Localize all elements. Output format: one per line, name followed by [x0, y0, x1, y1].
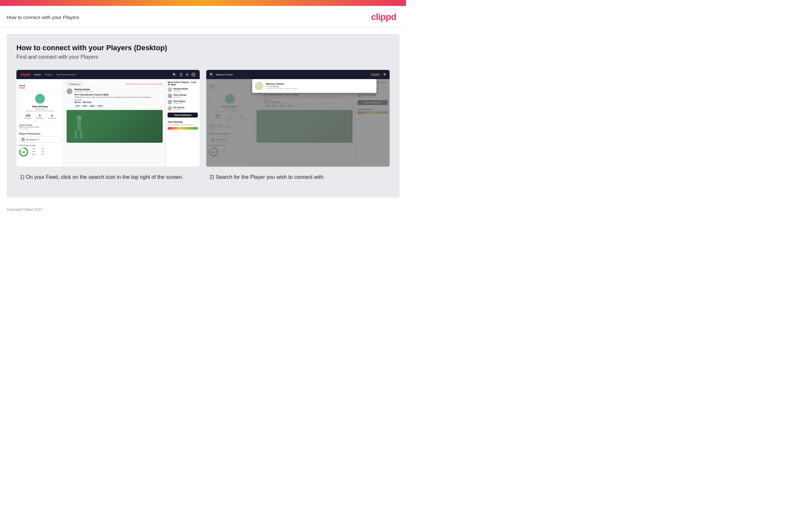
tag-ott: OTT: [75, 105, 81, 107]
search-bar-overlay: 🔍 Marcus Turner CLEAR ✕: [206, 70, 390, 79]
tag-putt: PUTT: [97, 105, 104, 107]
profile-avatar: [35, 94, 45, 104]
sd-handicap: 1·5 Handicap: [266, 85, 298, 88]
search-dropdown: Marcus Turner 1·5 Handicap Cypress Point…: [252, 79, 377, 93]
search-clear-btn[interactable]: CLEAR: [370, 73, 380, 76]
search-input[interactable]: Marcus Turner: [216, 73, 368, 76]
app-nav-1: clippd Home Teams My Performance 🔍 👤 ⚙: [16, 70, 200, 79]
logo: clippd: [371, 12, 396, 22]
app-body-1: Feed Blair McHarg Golf Coach Mill Ride G…: [16, 79, 200, 167]
latest-activity: Latest Activity Afternoon round of golf …: [19, 124, 61, 130]
heatmap-title: Team Heatmap: [168, 121, 198, 123]
app-ui-2: clippd Home Teams My Performance 🔍 👤 ⚙: [206, 70, 390, 167]
app-ui-1: clippd Home Teams My Performance 🔍 👤 ⚙: [16, 70, 200, 167]
search-close-btn[interactable]: ✕: [383, 72, 386, 77]
user-icon[interactable]: 👤: [179, 73, 183, 77]
pli-avatar-4: [168, 106, 172, 111]
pli-avatar-1: [168, 87, 172, 92]
bar-app: APP 70: [32, 151, 44, 153]
score-circle: 84: [19, 147, 28, 157]
pli-avatar-2: [168, 93, 172, 98]
svg-rect-3: [80, 130, 82, 138]
screenshot-2-block: clippd Home Teams My Performance 🔍 👤 ⚙: [206, 70, 390, 184]
screenshots-row: clippd Home Teams My Performance 🔍 👤 ⚙: [16, 70, 390, 184]
most-active-title: Most Active Players - Last 30 days: [168, 81, 198, 86]
center-panel-1: Following ▾ Control who can see your act…: [64, 79, 165, 167]
act-avatar: [66, 88, 73, 94]
following-row: Following ▾ Control who can see your act…: [66, 82, 163, 86]
profile-stats: 129 Activities 3 Followers 4: [22, 114, 58, 119]
hero-title: How to connect with your Players (Deskto…: [16, 44, 390, 52]
caption-2: 2) Search for the Player you wish to con…: [206, 167, 390, 184]
heatmap-bar: [168, 127, 198, 130]
settings-icon[interactable]: ⚙: [186, 73, 189, 77]
copyright: Copyright Clippd 2022: [7, 207, 42, 211]
screenshot-1: clippd Home Teams My Performance 🔍 👤 ⚙: [16, 70, 200, 167]
sd-club: Cypress Point Club, United Kingdom: [266, 88, 298, 90]
nav-icons: 🔍 👤 ⚙: [173, 72, 196, 77]
tag-arg: ARG: [89, 105, 95, 107]
sd-info: Marcus Turner 1·5 Handicap Cypress Point…: [266, 82, 298, 90]
stat-activities: 129 Activities: [24, 114, 32, 119]
following-btn[interactable]: Following ▾: [66, 82, 83, 86]
sd-name: Marcus Turner: [266, 82, 298, 85]
search-icon-overlay: 🔍: [209, 73, 213, 77]
bar-ott: OTT 79: [32, 148, 44, 150]
pli-avatar-3: [168, 100, 172, 104]
svg-rect-1: [77, 120, 81, 130]
activity-image: [66, 110, 163, 143]
activity-item: Richard Butler Yesterday · The Grove Pre…: [66, 88, 163, 107]
act-duration-val: 02 hr : 00 min: [75, 101, 151, 104]
svg-rect-2: [75, 130, 77, 138]
header: How to connect with your Players clippd: [0, 6, 406, 27]
quality-label: Total Player Quality: [19, 144, 61, 146]
screenshot-1-block: clippd Home Teams My Performance 🔍 👤 ⚙: [16, 70, 200, 184]
profile-card: Blair McHarg Golf Coach Mill Ride Golf C…: [19, 91, 61, 122]
feed-tab[interactable]: Feed: [19, 84, 25, 88]
main-content: How to connect with your Players (Deskto…: [7, 34, 399, 198]
golfer-svg: [69, 114, 89, 140]
svg-point-0: [77, 115, 82, 120]
nav-home[interactable]: Home: [34, 73, 41, 76]
search-result-item[interactable]: Marcus Turner 1·5 Handicap Cypress Point…: [255, 82, 374, 90]
player-list-item-2: Piers Parnell Activities: 4: [168, 93, 198, 98]
profile-name: Blair McHarg: [22, 105, 58, 108]
bars-area: OTT 79 APP 70: [32, 148, 44, 156]
page-title: How to connect with your Players: [7, 14, 79, 20]
control-link[interactable]: Control who can see your activity and da…: [126, 83, 163, 85]
nav-teams[interactable]: Teams: [45, 73, 53, 76]
stat-followers: 3 Followers: [36, 114, 44, 119]
quality-display: 84 OTT 79 APP: [19, 147, 61, 157]
player-select[interactable]: Eli Vincent ▾: [19, 136, 61, 143]
search-icon[interactable]: 🔍: [173, 73, 177, 77]
player-performance-title: Player Performance: [19, 133, 61, 135]
bar-arg: ARG 61: [32, 153, 44, 155]
player-list-item-1: Richard Butler Activities: 7: [168, 87, 198, 92]
tag-app: APP: [82, 105, 88, 107]
score-value: 84: [20, 149, 27, 155]
screenshot-2: clippd Home Teams My Performance 🔍 👤 ⚙: [206, 70, 390, 167]
hero-subtitle: Find and connect with your Players: [16, 54, 390, 60]
profile-club: Mill Ride Golf Club, United Kingdom: [22, 110, 58, 112]
avatar[interactable]: [191, 72, 196, 77]
nav-logo-1: clippd: [20, 73, 30, 77]
player-list-item-3: Hiral Pujara Activities: 3: [168, 100, 198, 104]
right-panel-1: Most Active Players - Last 30 days Richa…: [165, 79, 200, 167]
act-info: Richard Butler Yesterday · The Grove Pre…: [75, 88, 151, 107]
caption-1: 1) On your Feed, click on the search ico…: [16, 167, 200, 184]
player-mini-avatar: [21, 137, 25, 141]
nav-my-performance[interactable]: My Performance: [56, 73, 76, 76]
activity-tags: OTT APP ARG PUTT: [75, 105, 151, 107]
team-dashboard-btn[interactable]: Team Dashboard: [168, 113, 198, 118]
stat-following: 4 Following: [48, 114, 56, 119]
sd-avatar: [255, 82, 264, 90]
player-list-item-4: Eli Vincent Activities: 1: [168, 106, 198, 111]
footer: Copyright Clippd 2022: [0, 204, 406, 215]
heatmap-sub: Player Quality · 20 Round Trend: [168, 124, 198, 126]
left-panel-1: Feed Blair McHarg Golf Coach Mill Ride G…: [16, 79, 64, 167]
top-bar: [0, 0, 406, 6]
